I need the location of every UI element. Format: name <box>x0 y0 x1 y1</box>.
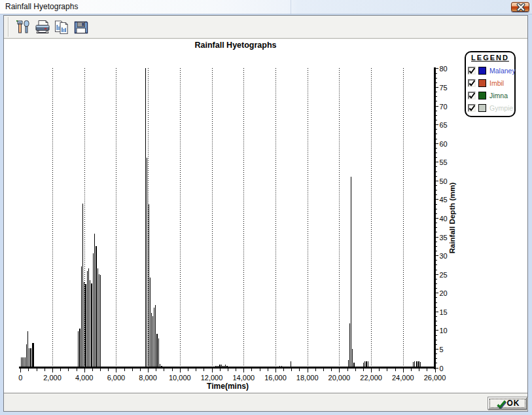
svg-text:10: 10 <box>440 327 448 334</box>
svg-text:2,000: 2,000 <box>43 374 62 382</box>
svg-text:20,000: 20,000 <box>328 374 351 382</box>
copy-icon <box>54 20 69 35</box>
svg-text:12,000: 12,000 <box>201 374 223 382</box>
svg-text:0: 0 <box>440 365 444 372</box>
svg-text:80: 80 <box>440 65 448 73</box>
legend-swatch-malaney <box>478 67 486 75</box>
svg-text:45: 45 <box>440 196 448 204</box>
ok-button[interactable]: OK <box>488 397 527 410</box>
chart-title: Rainfall Hyetographs <box>194 41 276 50</box>
legend-checkbox-gympie[interactable] <box>468 104 476 112</box>
legend-box: LEGEND MalaneyImbilJimnaGympie <box>465 51 516 117</box>
svg-text:65: 65 <box>440 121 448 129</box>
print-button[interactable] <box>34 19 51 36</box>
svg-text:50: 50 <box>440 177 448 185</box>
check-icon <box>495 399 506 408</box>
dialog-client-area: 02,0004,0006,0008,00010,00012,00014,0001… <box>3 15 528 412</box>
legend-label-imbil: Imbil <box>489 79 504 87</box>
toolbar <box>4 16 527 39</box>
svg-text:5: 5 <box>440 346 444 353</box>
legend-checkbox-jimna[interactable] <box>468 92 476 99</box>
legend-swatch-imbil <box>478 79 486 87</box>
save-button[interactable] <box>73 19 90 36</box>
svg-text:60: 60 <box>440 140 448 148</box>
check-mark-icon <box>469 80 476 87</box>
chart-bars <box>21 68 421 367</box>
chart-axes <box>19 67 438 372</box>
svg-text:20: 20 <box>440 289 448 297</box>
legend-label-gympie: Gympie <box>489 104 513 112</box>
chart-panel: 02,0004,0006,0008,00010,00012,00014,0001… <box>4 39 527 393</box>
check-mark-icon <box>469 67 476 75</box>
svg-text:8,000: 8,000 <box>139 374 157 382</box>
svg-text:16,000: 16,000 <box>264 374 287 382</box>
svg-text:55: 55 <box>440 158 448 166</box>
title-bar[interactable]: Rainfall Hyetographs <box>0 0 532 14</box>
rainfall-hyetographs-window: Rainfall Hyetographs <box>0 0 532 415</box>
svg-text:18,000: 18,000 <box>296 374 319 382</box>
svg-text:6,000: 6,000 <box>107 374 126 382</box>
close-button[interactable] <box>511 2 529 12</box>
ok-button-label: OK <box>507 399 520 408</box>
svg-text:70: 70 <box>440 103 448 111</box>
svg-text:24,000: 24,000 <box>392 374 414 382</box>
printer-icon <box>35 20 50 35</box>
svg-text:14,000: 14,000 <box>232 374 255 382</box>
y-axis-title: Rainfall Depth (mm) <box>448 183 456 254</box>
save-icon <box>73 20 89 35</box>
svg-text:22,000: 22,000 <box>360 374 382 382</box>
check-mark-icon <box>469 92 476 99</box>
hyetograph-chart: 02,0004,0006,0008,00010,00012,00014,0001… <box>4 39 527 393</box>
legend-title: LEGEND <box>466 54 514 62</box>
svg-text:15: 15 <box>440 308 448 316</box>
legend-label-malaney: Malaney <box>489 67 516 75</box>
legend-checkbox-imbil[interactable] <box>468 79 476 87</box>
legend-swatch-jimna <box>478 92 486 99</box>
legend-swatch-gympie <box>478 104 486 112</box>
x-axis-title: Time(mins) <box>207 382 249 391</box>
svg-text:0: 0 <box>18 374 22 382</box>
window-title: Rainfall Hyetographs <box>5 2 78 11</box>
svg-text:75: 75 <box>440 84 448 92</box>
copy-button[interactable] <box>53 19 70 36</box>
svg-text:40: 40 <box>440 215 448 223</box>
check-mark-icon <box>469 105 476 112</box>
svg-text:4,000: 4,000 <box>75 374 94 382</box>
svg-text:35: 35 <box>440 234 448 242</box>
legend-checkbox-malaney[interactable] <box>468 67 476 75</box>
toolbar-separator <box>8 17 9 37</box>
svg-text:30: 30 <box>440 252 448 260</box>
tools-icon <box>15 20 31 35</box>
svg-text:25: 25 <box>440 271 448 279</box>
options-button[interactable] <box>14 19 31 36</box>
legend-label-jimna: Jimna <box>489 92 508 99</box>
svg-text:26,000: 26,000 <box>424 374 446 382</box>
bottom-strip: OK <box>4 394 527 411</box>
svg-text:10,000: 10,000 <box>169 374 191 382</box>
close-icon <box>516 3 525 11</box>
